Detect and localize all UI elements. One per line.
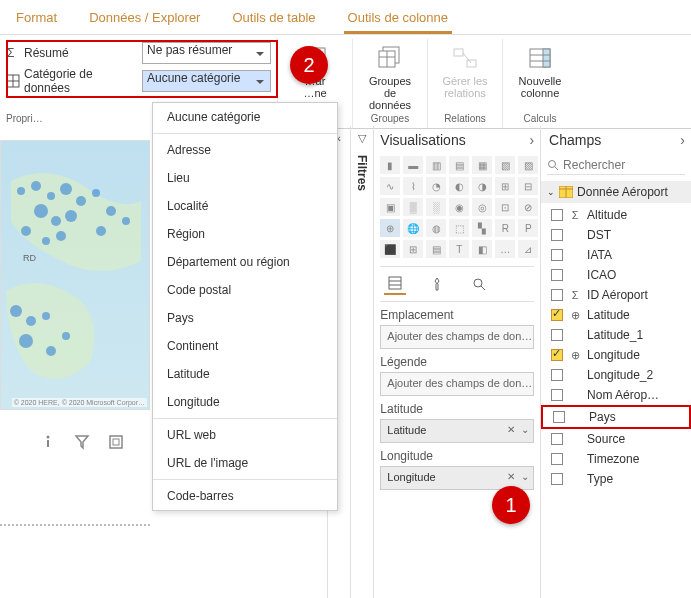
viz-type-7[interactable]: ∿ bbox=[380, 177, 400, 195]
chevron-right-icon[interactable]: › bbox=[529, 132, 534, 148]
chevron-down-icon[interactable]: ⌄ bbox=[521, 471, 529, 482]
field-checkbox[interactable] bbox=[553, 411, 565, 423]
viz-type-32[interactable]: ◧ bbox=[472, 240, 492, 258]
dropdown-item-d-partement-ou-r-gion[interactable]: Département ou région bbox=[153, 248, 337, 276]
field-checkbox[interactable] bbox=[551, 453, 563, 465]
viz-type-15[interactable]: ▒ bbox=[403, 198, 423, 216]
viz-type-10[interactable]: ◐ bbox=[449, 177, 469, 195]
field-latitude-[interactable]: Latitude_1 bbox=[541, 325, 691, 345]
close-icon[interactable]: ✕ bbox=[507, 424, 515, 435]
field-checkbox[interactable] bbox=[551, 473, 563, 485]
field-checkbox[interactable] bbox=[551, 229, 563, 241]
dropdown-item-code-postal[interactable]: Code postal bbox=[153, 276, 337, 304]
field-icao[interactable]: ICAO bbox=[541, 265, 691, 285]
fields-search[interactable]: Rechercher bbox=[547, 156, 685, 175]
close-icon[interactable]: ✕ bbox=[507, 471, 515, 482]
viz-type-2[interactable]: ▥ bbox=[426, 156, 446, 174]
field-id-a-roport[interactable]: ΣID Aéroport bbox=[541, 285, 691, 305]
dropdown-item-aucune-cat-gorie[interactable]: Aucune catégorie bbox=[153, 103, 337, 131]
field-checkbox[interactable] bbox=[551, 329, 563, 341]
field-dst[interactable]: DST bbox=[541, 225, 691, 245]
viz-type-11[interactable]: ◑ bbox=[472, 177, 492, 195]
dropdown-item-r-gion[interactable]: Région bbox=[153, 220, 337, 248]
viz-type-18[interactable]: ◎ bbox=[472, 198, 492, 216]
viz-type-9[interactable]: ◔ bbox=[426, 177, 446, 195]
dropdown-item-adresse[interactable]: Adresse bbox=[153, 136, 337, 164]
viz-type-5[interactable]: ▧ bbox=[495, 156, 515, 174]
field-altitude[interactable]: ΣAltitude bbox=[541, 205, 691, 225]
viz-type-30[interactable]: ▤ bbox=[426, 240, 446, 258]
field-type[interactable]: Type bbox=[541, 469, 691, 489]
viz-type-17[interactable]: ◉ bbox=[449, 198, 469, 216]
focus-icon[interactable] bbox=[108, 434, 124, 450]
field-checkbox[interactable] bbox=[551, 269, 563, 281]
filters-rail[interactable]: ▽ Filtres bbox=[350, 126, 373, 598]
viz-type-16[interactable]: ░ bbox=[426, 198, 446, 216]
field-checkbox[interactable] bbox=[551, 209, 563, 221]
field-checkbox[interactable] bbox=[551, 309, 563, 321]
filter-icon[interactable] bbox=[74, 434, 90, 450]
viz-type-14[interactable]: ▣ bbox=[380, 198, 400, 216]
field-latitude[interactable]: ⊕Latitude bbox=[541, 305, 691, 325]
format-tab[interactable] bbox=[426, 273, 448, 295]
tab-data-explore[interactable]: Données / Explorer bbox=[85, 4, 204, 34]
field-checkbox[interactable] bbox=[551, 289, 563, 301]
info-icon[interactable] bbox=[40, 434, 56, 450]
dropdown-item-pays[interactable]: Pays bbox=[153, 304, 337, 332]
dropdown-item-longitude[interactable]: Longitude bbox=[153, 388, 337, 416]
field-checkbox[interactable] bbox=[551, 249, 563, 261]
viz-type-23[interactable]: ◍ bbox=[426, 219, 446, 237]
dropdown-item-continent[interactable]: Continent bbox=[153, 332, 337, 360]
field-source[interactable]: Source bbox=[541, 429, 691, 449]
viz-type-29[interactable]: ⊞ bbox=[403, 240, 423, 258]
viz-type-12[interactable]: ⊞ bbox=[495, 177, 515, 195]
viz-type-33[interactable]: … bbox=[495, 240, 515, 258]
legende-well[interactable]: Ajouter des champs de don… bbox=[380, 372, 534, 396]
viz-type-24[interactable]: ⬚ bbox=[449, 219, 469, 237]
dropdown-item-latitude[interactable]: Latitude bbox=[153, 360, 337, 388]
new-column-button[interactable]: Nouvelle colonne bbox=[511, 41, 569, 101]
viz-type-6[interactable]: ▨ bbox=[518, 156, 538, 174]
field-longitude[interactable]: ⊕Longitude bbox=[541, 345, 691, 365]
viz-type-25[interactable]: ▚ bbox=[472, 219, 492, 237]
tab-format[interactable]: Format bbox=[12, 4, 61, 34]
data-groups-button[interactable]: Groupes de données bbox=[361, 41, 419, 113]
field-timezone[interactable]: Timezone bbox=[541, 449, 691, 469]
viz-type-0[interactable]: ▮ bbox=[380, 156, 400, 174]
viz-type-28[interactable]: ⬛ bbox=[380, 240, 400, 258]
viz-type-20[interactable]: ⊘ bbox=[518, 198, 538, 216]
viz-type-27[interactable]: P bbox=[518, 219, 538, 237]
chevron-right-icon[interactable]: › bbox=[680, 132, 685, 148]
field-checkbox[interactable] bbox=[551, 389, 563, 401]
fields-tab[interactable] bbox=[384, 273, 406, 295]
tab-table-tools[interactable]: Outils de table bbox=[228, 4, 319, 34]
field-iata[interactable]: IATA bbox=[541, 245, 691, 265]
viz-type-13[interactable]: ⊟ bbox=[518, 177, 538, 195]
field-longitude-[interactable]: Longitude_2 bbox=[541, 365, 691, 385]
dropdown-item-code-barres[interactable]: Code-barres bbox=[153, 482, 337, 510]
table-header[interactable]: ⌄ Donnée Aéroport bbox=[541, 181, 691, 203]
dropdown-item-lieu[interactable]: Lieu bbox=[153, 164, 337, 192]
field-checkbox[interactable] bbox=[551, 433, 563, 445]
field-pays[interactable]: Pays bbox=[541, 405, 691, 429]
viz-type-34[interactable]: ⊿ bbox=[518, 240, 538, 258]
viz-type-31[interactable]: T bbox=[449, 240, 469, 258]
field-nom-a-rop-[interactable]: Nom Aérop… bbox=[541, 385, 691, 405]
latitude-well[interactable]: Latitude✕⌄ bbox=[380, 419, 534, 443]
map-visual[interactable]: RD © 2020 HERE, © 2020 Microsoft Corpor… bbox=[0, 140, 150, 410]
viz-type-3[interactable]: ▤ bbox=[449, 156, 469, 174]
dropdown-item-localit-[interactable]: Localité bbox=[153, 192, 337, 220]
emplacement-well[interactable]: Ajouter des champs de don… bbox=[380, 325, 534, 349]
viz-type-21[interactable]: ⊕ bbox=[380, 219, 400, 237]
field-checkbox[interactable] bbox=[551, 369, 563, 381]
tab-column-tools[interactable]: Outils de colonne bbox=[344, 4, 452, 34]
chevron-down-icon[interactable]: ⌄ bbox=[521, 424, 529, 435]
dropdown-item-url-de-l-image[interactable]: URL de l'image bbox=[153, 449, 337, 477]
analytics-tab[interactable] bbox=[468, 273, 490, 295]
viz-type-4[interactable]: ▦ bbox=[472, 156, 492, 174]
viz-type-1[interactable]: ▬ bbox=[403, 156, 423, 174]
viz-type-8[interactable]: ⌇ bbox=[403, 177, 423, 195]
viz-type-26[interactable]: R bbox=[495, 219, 515, 237]
dropdown-item-url-web[interactable]: URL web bbox=[153, 421, 337, 449]
viz-type-19[interactable]: ⊡ bbox=[495, 198, 515, 216]
